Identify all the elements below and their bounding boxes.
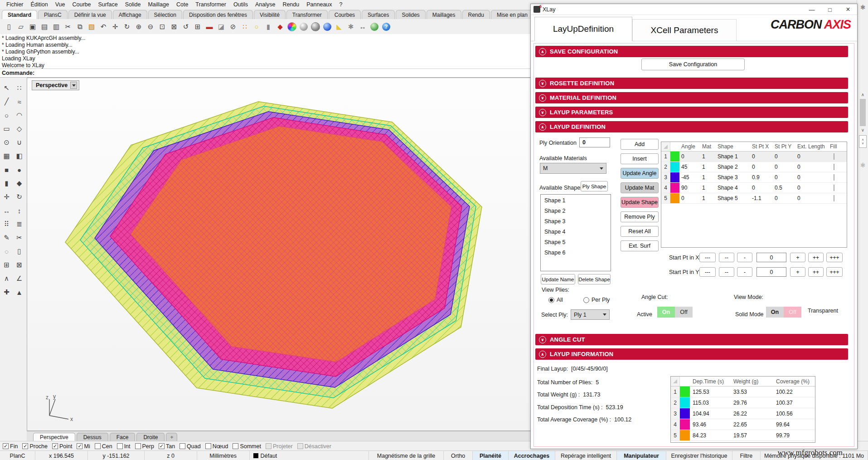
status-ortho[interactable]: Ortho	[444, 451, 473, 460]
panel-gear-icon[interactable]: ✱	[860, 4, 866, 11]
osnap-proche[interactable]: ✓Proche	[22, 443, 48, 450]
toolbar-tab-standard[interactable]: Standard	[2, 10, 37, 19]
status-units[interactable]: Millimètres	[197, 451, 250, 460]
y-plus2-button[interactable]: ++	[808, 267, 824, 277]
toolbar-tab-courbes[interactable]: Courbes	[329, 10, 361, 19]
solid-mode-off[interactable]: Off	[784, 307, 801, 318]
save-file-icon[interactable]: ▣	[27, 21, 38, 32]
open-file-icon[interactable]: ▱	[15, 21, 26, 32]
y-minus3-button[interactable]: ---	[699, 267, 716, 277]
circle-icon[interactable]: ○	[1, 109, 13, 121]
x-minus1-button[interactable]: -	[737, 253, 752, 262]
shape-list-item[interactable]: Shape 3	[541, 216, 611, 227]
section-layup-information[interactable]: ∧ LAYUP INFORMATION	[535, 348, 848, 360]
osnap-point[interactable]: ✓Point	[52, 443, 73, 450]
polygon-icon[interactable]: ◇	[14, 123, 25, 135]
triangle-tool-icon[interactable]: ▲	[14, 286, 25, 298]
x-minus3-button[interactable]: ---	[699, 253, 716, 262]
ply-shape-button[interactable]: Ply Shape	[581, 181, 608, 191]
spinner-control[interactable]: ∧∨	[859, 135, 867, 148]
start-pt-y-input[interactable]: 0	[756, 267, 786, 277]
viewport-tab-add[interactable]: +	[166, 433, 177, 441]
status-filter[interactable]: Filtre	[732, 451, 761, 460]
hide-icon[interactable]: ◌	[1, 245, 13, 257]
toolbar-tab-transformer[interactable]: Transformer	[286, 10, 328, 19]
remove-ply-button[interactable]: Remove Ply	[621, 211, 659, 222]
menu-courbe[interactable]: Courbe	[69, 0, 95, 9]
select-ply-dropdown[interactable]: Ply 1	[571, 309, 610, 320]
menu-surface[interactable]: Surface	[95, 0, 121, 9]
section-angle-cut[interactable]: ∨ ANGLE CUT	[535, 334, 848, 345]
osnap-fin[interactable]: ✓Fin	[3, 443, 18, 450]
y-minus2-button[interactable]: --	[719, 267, 734, 277]
menu-cote[interactable]: Cote	[173, 0, 192, 9]
osnap-quad[interactable]: Quad	[179, 443, 201, 450]
y-minus1-button[interactable]: -	[737, 267, 752, 277]
earth-anchor-icon[interactable]	[369, 21, 380, 32]
info-table-row[interactable]: 3 104.94 26.22 100.56	[671, 408, 815, 419]
viewport-layout-icon[interactable]: ⊞	[192, 21, 203, 32]
cut-icon[interactable]: ✂	[63, 21, 73, 32]
menu-panneaux[interactable]: Panneaux	[303, 0, 335, 9]
add-tool-icon[interactable]: ✚	[1, 286, 13, 298]
osnap-mi[interactable]: ✓Mi	[77, 443, 90, 450]
move-icon[interactable]: ✛	[1, 191, 13, 203]
select-arrow-icon[interactable]: ↖	[1, 82, 13, 94]
osnap-desactiver[interactable]: Désactiver	[297, 443, 331, 450]
hide-object-icon[interactable]: ⊘	[228, 21, 238, 32]
angle-cut-on[interactable]: On	[657, 307, 675, 318]
insert-button[interactable]: Insert	[621, 153, 659, 164]
document-properties-icon[interactable]: ▥	[51, 21, 62, 32]
group-icon[interactable]: ⊞	[1, 259, 13, 271]
surface-loft-icon[interactable]: ∪	[14, 137, 25, 148]
angle-cut-off[interactable]: Off	[675, 307, 693, 318]
render-sphere-icon[interactable]	[298, 21, 309, 32]
status-cplane[interactable]: PlanC	[0, 451, 35, 460]
menu-vue[interactable]: Vue	[52, 0, 69, 9]
x-plus2-button[interactable]: ++	[808, 253, 824, 262]
viewport-menu-arrow-icon[interactable]	[70, 82, 77, 89]
section-rosette-definition[interactable]: ∨ ROSETTE DEFINITION	[535, 78, 848, 89]
section-layup-parameters[interactable]: ∨ LAYUP PARAMETERS	[535, 107, 848, 118]
stretch-icon[interactable]: ↕	[14, 205, 25, 216]
update-mat-button[interactable]: Update Mat	[621, 182, 659, 193]
shape-list-item[interactable]: Shape 1	[541, 196, 611, 206]
arc-icon[interactable]: ◠	[14, 109, 25, 121]
start-pt-x-input[interactable]: 0	[756, 253, 786, 262]
zoom-extents-icon[interactable]: ⊠	[169, 21, 179, 32]
toolbar-tab-solides[interactable]: Solides	[396, 10, 425, 19]
point-cloud-icon[interactable]: ∷	[239, 21, 250, 32]
delete-shape-button[interactable]: Delete Shape	[578, 274, 611, 284]
menu-solide[interactable]: Solide	[121, 0, 145, 9]
status-manipulateur[interactable]: Manipulateur	[617, 451, 667, 460]
named-view-icon[interactable]: ▬	[204, 21, 215, 32]
scroll-down-icon[interactable]: ∨	[861, 128, 864, 132]
lock-icon[interactable]: ▮	[263, 21, 274, 32]
toolbar-tab-disposition[interactable]: Disposition des fenêtres	[183, 10, 253, 19]
toolbar-tab-plansc[interactable]: PlansC	[38, 10, 68, 19]
status-accrochages[interactable]: Accrochages	[509, 451, 556, 460]
surface-corner-icon[interactable]: ◧	[14, 150, 25, 162]
trim-icon[interactable]: ✂	[14, 232, 25, 244]
view-all-radio[interactable]: All	[548, 297, 563, 303]
array-icon[interactable]: ⠿	[1, 218, 13, 230]
ext-surf-button[interactable]: Ext. Surf	[621, 240, 659, 251]
fill-checkbox[interactable]	[834, 164, 834, 170]
zoom-in-icon[interactable]: ⊕	[133, 21, 144, 32]
save-configuration-button[interactable]: Save Configuration	[641, 59, 745, 70]
fill-checkbox[interactable]	[834, 153, 834, 160]
reset-all-button[interactable]: Reset All	[621, 226, 659, 237]
osnap-sommet[interactable]: Sommet	[233, 443, 261, 450]
toolbar-tab-visibilite[interactable]: Visibilité	[254, 10, 286, 19]
cylinder-icon[interactable]: ▮	[1, 177, 13, 189]
copy-icon[interactable]: ⧉	[74, 21, 85, 32]
status-planeite[interactable]: Planéité	[473, 451, 508, 460]
filter-up-icon[interactable]: ∧	[1, 273, 13, 284]
scale-icon[interactable]: ↔	[1, 205, 13, 216]
scrollbar-thumb[interactable]	[860, 99, 866, 126]
ply-table-row[interactable]: 2 45 1 Shape 2 0 0 0	[661, 162, 847, 172]
render-sphere-blue-icon[interactable]	[322, 21, 333, 32]
rotate-icon[interactable]: ↻	[14, 191, 25, 203]
osnap-noeud[interactable]: Nœud	[205, 443, 228, 450]
x-minus2-button[interactable]: --	[719, 253, 734, 262]
